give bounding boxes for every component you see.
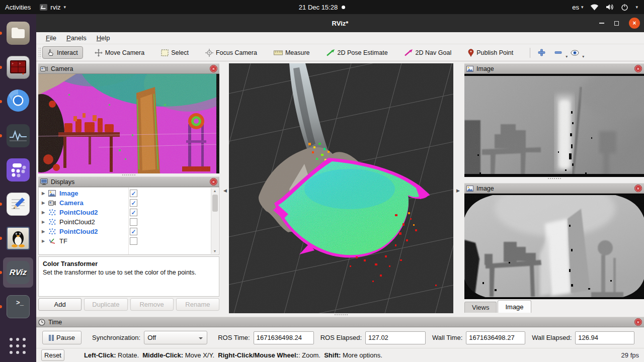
camera-feed-image	[38, 74, 219, 173]
pause-button[interactable]: Pause	[42, 331, 82, 344]
image-icon	[466, 186, 473, 192]
close-icon[interactable]: ×	[634, 65, 642, 72]
show-applications-icon[interactable]	[10, 338, 27, 355]
close-icon[interactable]: ×	[634, 185, 642, 192]
expand-icon[interactable]: ▶	[39, 191, 48, 196]
rviz-icon: RViz	[7, 261, 30, 284]
ros-time-field[interactable]: 1671636498.24	[254, 331, 314, 344]
dock-item-files[interactable]	[3, 18, 33, 48]
dock-item-terminal[interactable]: >_	[3, 292, 33, 322]
dock-item-ros-graph-app[interactable]	[3, 155, 33, 185]
right-splitter[interactable]: ▶	[454, 185, 462, 194]
tool-interact[interactable]: Interact	[42, 46, 83, 59]
tool-focus-camera[interactable]: Focus Camera	[200, 46, 262, 59]
render-viewport[interactable]	[229, 63, 453, 313]
dock-item-terminator[interactable]: > >	[3, 52, 33, 82]
clock[interactable]: 21 Dec 15:28	[299, 4, 338, 11]
app-menu[interactable]: rviz ▾	[40, 4, 66, 11]
close-icon[interactable]: ×	[210, 65, 217, 72]
checkbox-checked[interactable]: ✓	[130, 190, 137, 197]
running-indicator-icon	[0, 237, 2, 240]
minimize-button[interactable]	[599, 23, 604, 24]
image-panel-top-header[interactable]: Image ×	[464, 63, 644, 74]
menu-panels[interactable]: Panels	[62, 33, 91, 43]
keyboard-layout-indicator[interactable]: es ▾	[572, 4, 583, 11]
monitor-icon	[40, 178, 48, 185]
tree-row-image[interactable]: ▶ Image ✓	[39, 189, 219, 198]
zoom-in-button[interactable]	[535, 47, 547, 59]
window-titlebar[interactable]: RViz* ×	[36, 14, 644, 32]
expand-icon[interactable]: ▶	[39, 239, 48, 243]
visibility-button[interactable]: ▾	[569, 47, 581, 59]
wall-elapsed-field[interactable]: 126.94	[575, 331, 634, 344]
dock-item-xterm[interactable]	[3, 223, 33, 253]
scroll-thumb[interactable]	[212, 195, 218, 212]
checkbox-checked[interactable]: ✓	[130, 199, 137, 207]
tree-row-pointcloud2-3[interactable]: ▶ PointCloud2 ✓	[39, 227, 219, 236]
left-splitter[interactable]: ◀	[221, 185, 229, 194]
rviz-mini-icon	[40, 4, 47, 11]
duplicate-button: Duplicate	[84, 298, 127, 311]
tab-image[interactable]: Image	[498, 300, 531, 313]
tree-row-camera[interactable]: ▶ Camera ✓	[39, 198, 219, 208]
activities-button[interactable]: Activities	[5, 4, 31, 11]
expand-icon[interactable]: ▶	[39, 201, 48, 205]
expand-icon[interactable]: ▶	[39, 210, 48, 215]
checkbox-checked[interactable]: ✓	[130, 228, 137, 235]
scroll-up-icon[interactable]: ▲	[213, 189, 217, 193]
reset-button[interactable]: Reset	[41, 349, 64, 361]
dock-item-text-editor[interactable]	[3, 189, 33, 219]
tool-2d-nav-goal[interactable]: 2D Nav Goal	[399, 46, 457, 59]
running-indicator-icon	[0, 32, 2, 35]
image-panel-bottom-header[interactable]: Image ×	[464, 183, 644, 194]
wall-time-field[interactable]: 1671636498.27	[466, 331, 525, 344]
checkbox-checked[interactable]: ✓	[130, 209, 137, 216]
tool-measure[interactable]: Measure	[269, 47, 315, 59]
ros-elapsed-field[interactable]: 127.02	[365, 331, 426, 344]
volume-icon[interactable]	[606, 4, 614, 11]
time-panel-header[interactable]: Time ×	[36, 317, 644, 327]
camera-panel-header[interactable]: Camera ×	[38, 63, 219, 74]
scroll-down-icon[interactable]: ▼	[213, 249, 217, 253]
wifi-icon[interactable]	[590, 4, 599, 11]
pointcloud-3d-scene	[229, 63, 453, 313]
running-indicator-icon	[0, 66, 2, 69]
maximize-button[interactable]	[614, 21, 619, 26]
menu-file[interactable]: File	[41, 33, 61, 43]
splitter-handle[interactable]	[229, 313, 453, 316]
close-button[interactable]: ×	[629, 18, 640, 29]
zoom-out-button[interactable]: ▾	[552, 47, 564, 59]
close-icon[interactable]: ×	[634, 318, 642, 326]
displays-panel-header[interactable]: Displays ×	[38, 176, 219, 187]
focus-crosshair-icon	[205, 49, 213, 57]
close-icon[interactable]: ×	[210, 178, 217, 186]
ubuntu-top-bar: Activities rviz ▾ 21 Dec 15:28 es ▾	[0, 0, 644, 14]
expand-icon[interactable]: ▶	[39, 220, 48, 224]
dock-item-chromium[interactable]	[3, 86, 33, 117]
tree-row-pointcloud2-2[interactable]: ▶ PointCloud2	[39, 217, 219, 227]
collapse-right-icon[interactable]: ▶	[456, 188, 460, 193]
tool-move-camera[interactable]: Move Camera	[90, 46, 150, 59]
splitter-handle[interactable]	[464, 177, 644, 180]
tool-select[interactable]: Select	[156, 47, 194, 59]
dock-item-rviz[interactable]: RViz	[3, 257, 33, 288]
tool-publish-point[interactable]: Publish Point	[463, 46, 518, 59]
add-button[interactable]: Add	[38, 298, 82, 311]
pointcloud-icon	[48, 228, 56, 235]
tree-row-tf[interactable]: ▶ TF	[39, 236, 219, 246]
checkbox-unchecked[interactable]	[130, 237, 137, 245]
tree-row-pointcloud2-1[interactable]: ▶ PointCloud2 ✓	[39, 208, 219, 217]
dock-item-plotjuggler[interactable]	[3, 121, 33, 151]
expand-icon[interactable]: ▶	[39, 229, 48, 234]
chevron-down-icon[interactable]: ▾	[635, 5, 638, 10]
checkbox-unchecked[interactable]	[130, 218, 137, 226]
power-icon[interactable]	[621, 4, 628, 11]
tree-scrollbar[interactable]: ▲ ▼	[211, 188, 218, 254]
menu-help[interactable]: Help	[92, 33, 115, 43]
tool-2d-pose-estimate[interactable]: 2D Pose Estimate	[321, 46, 393, 59]
toolbar-grip[interactable]	[38, 47, 41, 58]
wall-elapsed-label: Wall Elapsed:	[532, 334, 572, 341]
synchronization-select[interactable]: Off	[144, 331, 207, 344]
collapse-left-icon[interactable]: ◀	[223, 188, 227, 193]
tab-views[interactable]: Views	[464, 302, 497, 313]
